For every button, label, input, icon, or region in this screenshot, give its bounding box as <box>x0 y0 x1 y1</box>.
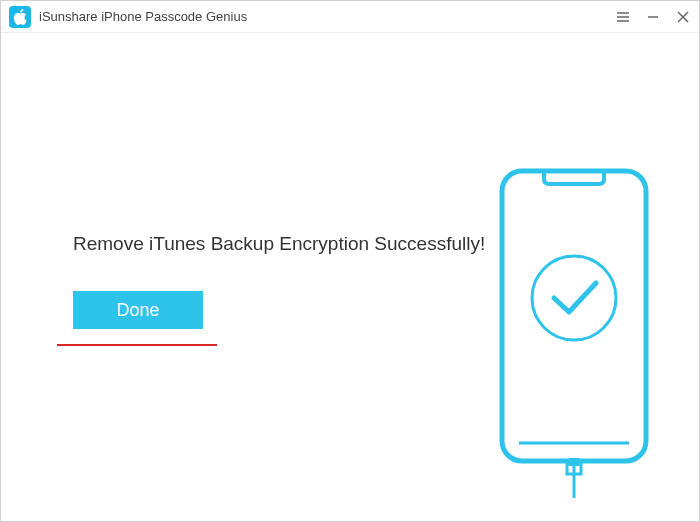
main-content: Remove iTunes Backup Encryption Successf… <box>1 33 699 521</box>
svg-point-8 <box>532 256 616 340</box>
phone-success-illustration <box>499 168 649 502</box>
done-button[interactable]: Done <box>73 291 203 329</box>
minimize-icon[interactable] <box>645 9 661 25</box>
app-logo-icon <box>9 6 31 28</box>
menu-icon[interactable] <box>615 9 631 25</box>
success-message: Remove iTunes Backup Encryption Successf… <box>73 233 485 255</box>
app-title: iSunshare iPhone Passcode Genius <box>39 9 615 24</box>
titlebar: iSunshare iPhone Passcode Genius <box>1 1 699 33</box>
svg-rect-6 <box>502 171 646 461</box>
window-controls <box>615 9 691 25</box>
annotation-underline <box>57 344 217 346</box>
close-icon[interactable] <box>675 9 691 25</box>
